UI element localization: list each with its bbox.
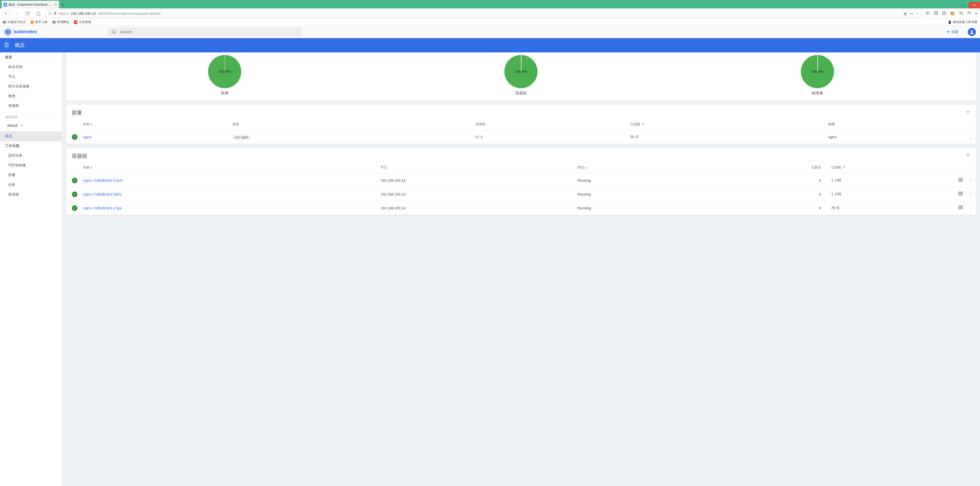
col-name[interactable]: 名称◆: [81, 162, 378, 174]
node-cell: 192.168.100.14: [378, 187, 575, 201]
pod-name-link[interactable]: nginx-7cdbd8cdc9-hjb5z: [81, 187, 378, 201]
status-charts-card: 100.00% 部署 100.00% 容器组 100.00% 副本集: [66, 53, 976, 101]
bookmark-item[interactable]: 常用网址: [52, 20, 69, 24]
sidebar-item-jobs[interactable]: 任务: [0, 180, 62, 190]
sidebar-item-storage-classes[interactable]: 存储类: [0, 101, 62, 111]
table-row[interactable]: ✓ nginx-7cdbd8cdc9-57pd7 192.168.100.14 …: [66, 174, 976, 187]
col-restarts[interactable]: 已重启: [696, 162, 829, 174]
menu-toggle-icon[interactable]: ☰: [4, 42, 9, 49]
col-node[interactable]: 节点: [378, 162, 575, 174]
row-menu-icon[interactable]: ⋮: [966, 174, 976, 187]
col-name[interactable]: 名称◆: [81, 118, 230, 131]
create-button[interactable]: + 创建: [947, 29, 958, 35]
browser-tab-strip: 概况 - Kubernetes Dashboar… × ＋ — ◻ ✕: [0, 0, 980, 8]
window-maximize-button[interactable]: ◻: [957, 2, 969, 8]
new-tab-button[interactable]: ＋: [59, 1, 66, 8]
folder-icon: [52, 21, 56, 24]
crop-icon[interactable]: [959, 11, 963, 16]
row-menu-icon[interactable]: ⋮: [966, 187, 976, 201]
col-status[interactable]: 状态◆: [575, 162, 696, 174]
filter-icon[interactable]: [966, 110, 970, 116]
image-cell: nginx: [826, 131, 966, 144]
search-input[interactable]: [120, 30, 298, 34]
row-menu-icon[interactable]: ⋮: [966, 131, 976, 144]
jd-icon: JD: [74, 21, 78, 24]
url-host: 192.168.100.13: [71, 11, 95, 16]
sidebar-heading-workloads[interactable]: 工作负载: [0, 141, 62, 151]
sidebar-item-pv[interactable]: 持久化存储卷: [0, 81, 62, 91]
tab-title: 概况 - Kubernetes Dashboar…: [9, 3, 50, 7]
row-menu-icon[interactable]: ⋮: [966, 201, 976, 215]
sidebar-item-roles[interactable]: 角色: [0, 91, 62, 101]
deployment-name-link[interactable]: nginx: [81, 131, 230, 144]
pod-name-link[interactable]: nginx-7cdbd8cdc9-57pd7: [81, 174, 378, 187]
firefox-icon: [30, 21, 34, 24]
qr-icon[interactable]: ▦: [904, 11, 907, 16]
bookmark-star-icon[interactable]: ☆: [916, 11, 919, 16]
brand-text: kubernetes: [14, 29, 37, 35]
mobile-bookmarks-link[interactable]: 移动设备上的书签: [953, 20, 977, 24]
kubernetes-logo[interactable]: kubernetes: [4, 28, 37, 36]
undo-icon[interactable]: [967, 11, 972, 16]
user-avatar[interactable]: [968, 28, 976, 36]
url-input[interactable]: ⓘ https://192.168.100.13:34392/#!/overvi…: [46, 10, 922, 18]
sidebar-item-nodes[interactable]: 节点: [0, 72, 62, 81]
shield-icon[interactable]: [942, 11, 947, 16]
address-bar: ⓘ https://192.168.100.13:34392/#!/overvi…: [0, 8, 980, 19]
sidebar-item-pods[interactable]: 容器组: [0, 190, 62, 199]
palette-icon[interactable]: 🎨: [950, 11, 955, 16]
home-button[interactable]: [35, 10, 42, 17]
logs-icon[interactable]: [955, 187, 966, 201]
col-pods[interactable]: 容器组: [473, 118, 627, 131]
window-close-button[interactable]: ✕: [969, 2, 980, 8]
reload-button[interactable]: [24, 10, 31, 17]
bookmarks-bar: 火狐官方站点 新手上路 常用网址 JD京东商城 📱 移动设备上的书签: [0, 19, 980, 26]
tab-close-icon[interactable]: ×: [55, 2, 57, 7]
chart-label: 部署: [221, 91, 229, 96]
col-created[interactable]: 已创建 ▲▼: [627, 118, 826, 131]
filter-icon[interactable]: [966, 153, 970, 159]
svg-marker-0: [4, 3, 6, 6]
pie-chart: 100.00%: [801, 55, 834, 88]
restarts-cell: 0: [696, 201, 829, 215]
created-cell: 1 小时: [829, 187, 955, 201]
created-cell: 20 天: [829, 201, 955, 215]
back-button[interactable]: [3, 10, 10, 17]
reader-icon[interactable]: [934, 11, 938, 16]
sidebar-item-daemonsets[interactable]: 守护进程集: [0, 161, 62, 170]
table-row[interactable]: ✓ nginx-7cdbd8cdc9-hjb5z 192.168.100.14 …: [66, 187, 976, 201]
pods-cell: 3 / 3: [473, 131, 627, 144]
table-row[interactable]: ✓ nginx run: nginx 3 / 3 20 天 nginx ⋮: [66, 131, 976, 144]
library-icon[interactable]: [926, 11, 930, 16]
browser-tab[interactable]: 概况 - Kubernetes Dashboar… ×: [2, 1, 59, 8]
logs-icon[interactable]: [955, 174, 966, 187]
sidebar-item-overview[interactable]: 概况: [0, 131, 62, 141]
pods-card: 容器组 名称◆ 节点 状态◆ 已重启 已创建 ▲▼ ✓ nginx-7cdbd8…: [66, 148, 976, 215]
sidebar-item-namespaces[interactable]: 命名空间: [0, 62, 62, 72]
col-created[interactable]: 已创建 ▲▼: [829, 162, 955, 174]
sidebar-item-cronjobs[interactable]: 定时任务: [0, 151, 62, 161]
page-toolbar: ☰ 概况: [0, 38, 980, 53]
window-minimize-button[interactable]: —: [945, 2, 957, 8]
more-actions-icon[interactable]: •••: [910, 11, 913, 16]
sidebar-heading-cluster[interactable]: 集群: [0, 53, 62, 62]
bookmark-item[interactable]: JD京东商城: [74, 20, 91, 24]
content-area: 100.00% 部署 100.00% 容器组 100.00% 副本集 部署: [62, 53, 980, 486]
namespace-selector[interactable]: default ▼: [0, 122, 62, 131]
lock-warning-icon: [53, 11, 57, 16]
sort-icon: ▲▼: [642, 122, 644, 125]
browser-menu-icon[interactable]: ≡: [975, 11, 977, 16]
status-cell: Running: [575, 201, 696, 215]
table-row[interactable]: ✓ nginx-7cdbd8cdc9-z7jpk 192.168.100.14 …: [66, 201, 976, 215]
col-labels[interactable]: 标签: [230, 118, 473, 131]
plus-icon: +: [947, 29, 950, 35]
forward-button[interactable]: [13, 10, 21, 17]
bookmark-item[interactable]: 新手上路: [30, 20, 48, 24]
logs-icon[interactable]: [955, 201, 966, 215]
chart-deployments: 100.00% 部署: [208, 55, 241, 96]
search-box[interactable]: [108, 27, 302, 37]
sidebar-item-deployments[interactable]: 部署: [0, 170, 62, 180]
col-images[interactable]: 镜像: [826, 118, 966, 131]
bookmark-item[interactable]: 火狐官方站点: [3, 20, 26, 24]
pod-name-link[interactable]: nginx-7cdbd8cdc9-z7jpk: [81, 201, 378, 215]
